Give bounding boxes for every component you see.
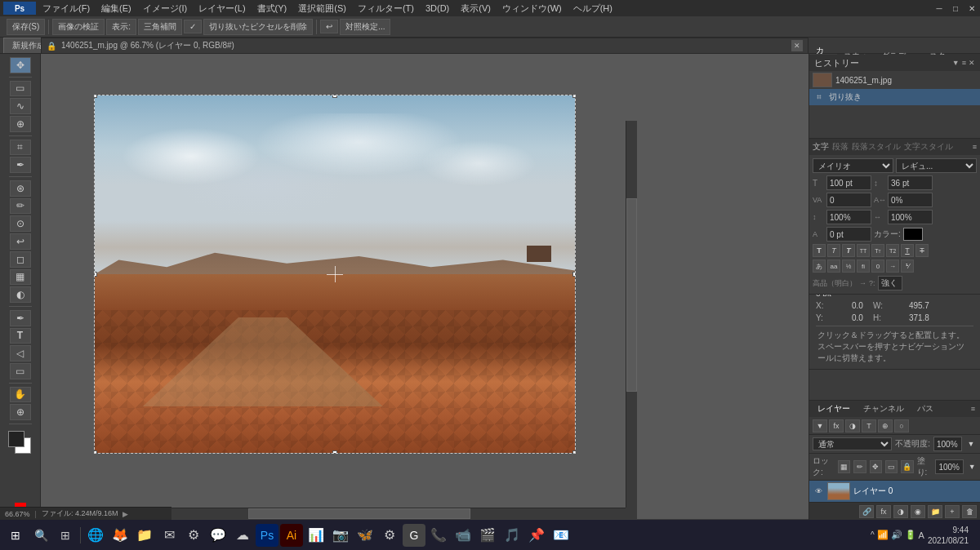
tray-ja-icon[interactable]: A [919,530,924,540]
taskbar-camera-icon[interactable]: 📷 [329,524,352,547]
marquee-tool[interactable]: ▭ [10,81,31,97]
layers-new-btn[interactable]: + [945,505,960,518]
char-track-input[interactable] [888,193,933,207]
layers-menu-icon[interactable]: ≡ [971,405,975,413]
status-expand-icon[interactable]: ▶ [122,510,128,518]
history-menu-icon[interactable]: ≡ [962,59,966,67]
move-tool[interactable]: ✥ [10,57,31,73]
toolbar-undo[interactable]: ↩ [320,20,338,33]
toolbar-verify[interactable]: 画像の検証 [52,19,105,35]
handle-tr[interactable] [572,95,576,98]
menu-window[interactable]: ウィンドウ(W) [497,1,567,16]
taskbar-firefox-icon[interactable]: 🦊 [109,524,131,547]
layers-filter-type-btn[interactable]: T [862,419,876,432]
canvas-area[interactable] [41,54,808,519]
gradient-tool[interactable]: ▦ [10,269,31,286]
history-minimize-icon[interactable]: ▼ [952,59,960,67]
char-arrow-btn[interactable]: → [886,259,899,273]
eraser-tool[interactable]: ◻ [10,251,31,268]
lock-position-btn[interactable]: ✥ [870,460,882,473]
handle-br[interactable] [572,450,576,454]
layers-tab-channels[interactable]: チャンネル [860,403,907,415]
taskbar-butterfly-icon[interactable]: 🦋 [354,524,376,547]
menu-image[interactable]: イメージ(I) [138,1,192,16]
shape-tool[interactable]: ▭ [10,363,31,379]
tray-volume-icon[interactable]: 🔊 [891,530,902,540]
toolbar-save[interactable]: 保存(S) [7,19,45,35]
layers-tab-layers[interactable]: レイヤー [814,403,853,415]
v-scrollbar[interactable] [626,121,637,508]
char-aa-btn[interactable]: aa [827,259,840,273]
taskbar-start-button[interactable]: ⊞ [3,524,28,547]
taskbar-app1-icon[interactable]: G [403,524,425,547]
char-ligature-btn[interactable]: fi [857,259,870,273]
char-lang-btn[interactable]: あ [813,259,826,273]
wand-tool[interactable]: ⊕ [10,116,31,132]
taskbar-app2-icon[interactable]: 📞 [427,524,450,547]
ps-logo[interactable]: Ps [3,2,36,15]
layers-filter-fx-btn[interactable]: fx [829,419,844,432]
taskbar-mail2-icon[interactable]: 📧 [550,524,572,547]
taskbar-explorer-icon[interactable]: 📁 [133,524,156,547]
stamp-tool[interactable]: ⊙ [10,215,31,232]
menu-file[interactable]: ファイル(F) [38,1,95,16]
char-qa-input[interactable] [878,276,902,291]
handle-mr[interactable] [572,272,576,277]
taskbar-clock[interactable]: 9:44 2021/08/21 [928,525,969,546]
tray-battery-icon[interactable]: 🔋 [905,530,916,540]
layers-fill-input[interactable] [935,459,964,474]
taskbar-search-icon[interactable]: 🔍 [29,524,52,547]
hand-tool[interactable]: ✋ [10,387,31,403]
layers-fx-btn[interactable]: fx [876,505,891,518]
history-close-icon[interactable]: ✕ [969,59,975,67]
taskbar-show-desktop[interactable] [972,524,977,547]
taskbar-mail-icon[interactable]: ✉ [158,524,180,547]
layers-tab-paths[interactable]: パス [914,403,937,415]
layers-blend-select[interactable]: 通常 [813,437,892,450]
color-swatches[interactable] [8,431,33,450]
para-tab-label[interactable]: 段落 [832,141,849,153]
layers-group-btn[interactable]: 📁 [928,505,942,518]
dodge-tool[interactable]: ◐ [10,286,31,303]
maximize-button[interactable]: □ [947,0,964,16]
taskbar-zoom-icon[interactable]: 📹 [452,524,474,547]
layers-filter-adj-btn[interactable]: ◑ [845,419,860,432]
taskbar-ai-icon[interactable]: Ai [280,524,303,547]
char-smallcap-btn[interactable]: Tt [871,244,884,257]
taskbar-chrome-icon[interactable]: 🌐 [84,524,107,547]
menu-edit[interactable]: 編集(E) [96,1,136,16]
menu-layer[interactable]: レイヤー(L) [194,1,250,16]
taskbar-music-icon[interactable]: 🎵 [501,524,523,547]
char-tab-label[interactable]: 文字 [813,141,829,153]
handle-ml[interactable] [94,272,97,277]
menu-select[interactable]: 選択範囲(S) [293,1,351,16]
eyedropper-tool[interactable]: ✒ [10,157,31,173]
tray-up-icon[interactable]: ^ [871,530,875,539]
char-bold-it-btn[interactable]: T [842,244,855,257]
char-old-btn[interactable]: 0 [871,259,884,273]
lock-pixels-btn[interactable]: ✏ [853,460,866,473]
pen-tool[interactable]: ✒ [10,310,31,326]
history-brush-tool[interactable]: ↩ [10,233,31,250]
layers-opacity-arrow[interactable]: ▼ [965,438,977,450]
layers-fill-arrow[interactable]: ▼ [967,461,977,472]
taskbar-app3-icon[interactable]: 📌 [525,524,548,547]
lock-artboard-btn[interactable]: ▭ [885,460,898,473]
layers-opacity-input[interactable] [933,437,962,451]
char-scaleh-input[interactable] [888,210,933,224]
layers-mask-btn[interactable]: ◑ [893,505,908,518]
char-style-tab[interactable]: 文字スタイル [904,141,953,153]
char-kern-input[interactable] [826,193,871,207]
toolbar-workspace[interactable]: 対照検定... [340,19,390,35]
char-cap-btn[interactable]: TT [857,244,870,257]
taskbar-ps-icon[interactable]: Ps [256,524,278,547]
foreground-color[interactable] [8,431,24,447]
menu-help[interactable]: ヘルプ(H) [568,1,617,16]
taskbar-gear2-icon[interactable]: ⚙ [378,524,401,547]
handle-bc[interactable] [332,450,337,454]
layers-filter-smart-btn[interactable]: ⊕ [878,419,893,432]
lock-all-btn[interactable]: 🔒 [901,460,913,473]
char-style-select[interactable]: レギュ... [896,158,977,173]
char-frac-btn[interactable]: ½ [842,259,855,273]
layer-item-0[interactable]: 👁 レイヤー 0 [809,481,980,502]
